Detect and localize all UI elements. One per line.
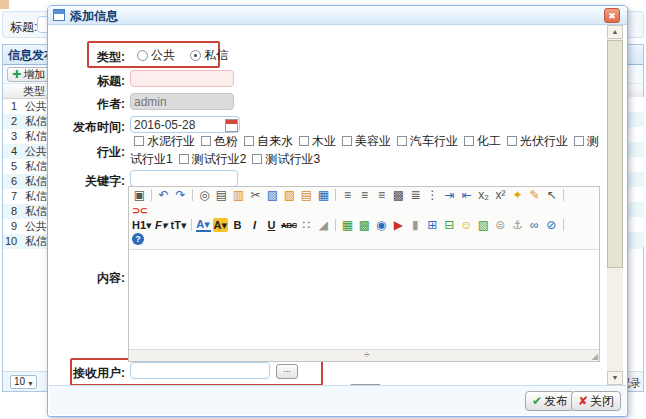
- industry-checkbox[interactable]: 汽车行业: [393, 134, 458, 148]
- content-label: 内容:: [55, 270, 125, 287]
- receiver-browse-button[interactable]: ...: [276, 364, 298, 379]
- scroll-up-icon[interactable]: ▲: [607, 25, 623, 39]
- toolbar-icon[interactable]: ≡: [357, 188, 372, 202]
- toolbar-icon[interactable]: tT▾: [171, 218, 187, 232]
- toolbar-icon[interactable]: [192, 189, 193, 201]
- toolbar-row-3: ?: [131, 233, 597, 248]
- row-number: 9: [5, 219, 17, 234]
- industry-checkbox[interactable]: 自来水: [240, 134, 293, 148]
- publish-time-input[interactable]: [130, 116, 240, 133]
- industry-checkbox[interactable]: 光伏行业: [503, 134, 568, 148]
- toolbar-icon[interactable]: [191, 219, 192, 231]
- keyword-input[interactable]: [130, 170, 238, 187]
- toolbar-icon[interactable]: ⊞: [425, 218, 440, 232]
- toolbar-icon[interactable]: [563, 219, 564, 231]
- toolbar-icon[interactable]: [151, 189, 152, 201]
- type-label: 类型:: [55, 49, 125, 66]
- toolbar-icon[interactable]: ⊃⊂: [132, 203, 147, 217]
- toolbar-icon[interactable]: ▤: [214, 188, 229, 202]
- dialog-close-icon[interactable]: ✖: [604, 8, 620, 23]
- toolbar-icon[interactable]: ◢: [316, 218, 331, 232]
- toolbar-icon[interactable]: ⋮: [425, 188, 440, 202]
- toolbar-icon[interactable]: ∷: [299, 218, 314, 232]
- toolbar-icon[interactable]: A▾: [196, 218, 211, 232]
- type-radio-option[interactable]: 私信: [190, 48, 228, 62]
- corner-resize-grip-icon[interactable]: ◢: [592, 352, 598, 361]
- editor-statusbar: ÷ ◢: [129, 349, 599, 361]
- toolbar-icon[interactable]: ≡: [374, 188, 389, 202]
- toolbar-icon[interactable]: ▧: [282, 188, 297, 202]
- toolbar-icon[interactable]: ≡: [340, 188, 355, 202]
- industry-checkbox[interactable]: 测试行业3: [248, 152, 320, 166]
- close-button[interactable]: ✘关闭: [571, 391, 621, 411]
- toolbar-icon[interactable]: ⇥: [442, 188, 457, 202]
- toolbar-icon[interactable]: ⇤: [459, 188, 474, 202]
- row-type: 公共: [25, 144, 47, 159]
- scrollbar-thumb[interactable]: [607, 40, 623, 268]
- toolbar-icon[interactable]: A▾: [213, 218, 228, 232]
- toolbar-icon[interactable]: ⊟: [442, 218, 457, 232]
- toolbar-icon[interactable]: ?: [132, 233, 144, 245]
- industry-checkbox[interactable]: 测试行业2: [175, 152, 247, 166]
- calendar-icon[interactable]: [225, 119, 238, 132]
- dialog-body: 类型: 公共 私信 标题: 作者: 发布时间: 行业: 水泥行业色粉自来水木业美…: [49, 25, 626, 385]
- page-size-select[interactable]: 10▼: [10, 375, 37, 389]
- industry-checkbox[interactable]: 美容业: [338, 134, 391, 148]
- editor-content-area[interactable]: [129, 250, 599, 349]
- dialog-titlebar[interactable]: 添加信息 ✖: [48, 6, 627, 25]
- toolbar-icon[interactable]: ▣: [132, 188, 147, 202]
- toolbar-icon[interactable]: ✎: [527, 188, 542, 202]
- toolbar-icon[interactable]: ⊘: [544, 218, 559, 232]
- toolbar-icon[interactable]: ▨: [265, 188, 280, 202]
- toolbar-icon[interactable]: ABC: [281, 218, 297, 232]
- toolbar-icon[interactable]: x₂: [476, 188, 491, 202]
- toolbar-icon[interactable]: B: [230, 218, 245, 232]
- toolbar-icon[interactable]: U: [264, 218, 279, 232]
- toolbar-icon[interactable]: ▩: [357, 218, 372, 232]
- toolbar-icon[interactable]: H1▾: [132, 218, 152, 232]
- resize-handle-icon[interactable]: ÷: [364, 349, 370, 360]
- toolbar-icon[interactable]: ≣: [408, 188, 423, 202]
- toolbar-icon[interactable]: ✦: [510, 188, 525, 202]
- add-info-dialog: 添加信息 ✖ 类型: 公共 私信 标题: 作者: 发布时间: 行业:: [47, 5, 628, 417]
- toolbar-icon[interactable]: [335, 189, 336, 201]
- checkbox-icon: [574, 136, 584, 146]
- toolbar-icon[interactable]: ⚓: [510, 218, 525, 232]
- dialog-scrollbar: ▲ ▼: [607, 25, 623, 385]
- toolbar-icon[interactable]: ⊜: [493, 218, 508, 232]
- toolbar-icon[interactable]: x²: [493, 188, 508, 202]
- toolbar-icon[interactable]: [563, 189, 564, 201]
- toolbar-icon[interactable]: ◉: [374, 218, 389, 232]
- industry-checkbox[interactable]: 化工: [460, 134, 501, 148]
- toolbar-icon[interactable]: ↶: [156, 188, 171, 202]
- industry-checkbox[interactable]: 色粉: [197, 134, 238, 148]
- type-radio-option[interactable]: 公共: [137, 48, 175, 62]
- toolbar-icon[interactable]: F▾: [154, 218, 169, 232]
- title-input[interactable]: [130, 70, 234, 87]
- toolbar-icon[interactable]: ▩: [391, 188, 406, 202]
- toolbar-icon[interactable]: ▧: [476, 218, 491, 232]
- row-number: 3: [5, 129, 17, 144]
- toolbar-icon[interactable]: ▦: [340, 218, 355, 232]
- publish-button[interactable]: ✔发布: [525, 391, 575, 411]
- industry-checkbox[interactable]: 水泥行业: [130, 134, 195, 148]
- toolbar-icon[interactable]: ∞: [527, 218, 542, 232]
- toolbar-icon[interactable]: ↷: [173, 188, 188, 202]
- toolbar-icon[interactable]: ✂: [248, 188, 263, 202]
- toolbar-icon[interactable]: ▦: [316, 188, 331, 202]
- toolbar-icon[interactable]: ▶: [391, 218, 406, 232]
- toolbar-icon[interactable]: ▥: [231, 188, 246, 202]
- scroll-down-icon[interactable]: ▼: [607, 371, 623, 385]
- toolbar-icon[interactable]: ☺: [459, 218, 474, 232]
- toolbar-row-1b: ⊃⊂: [131, 203, 597, 218]
- toolbar-icon[interactable]: I: [247, 218, 262, 232]
- toolbar-icon[interactable]: ▮: [408, 218, 423, 232]
- receiver-input[interactable]: [130, 362, 270, 379]
- industry-checkbox[interactable]: 木业: [295, 134, 336, 148]
- toolbar-icon[interactable]: ◎: [197, 188, 212, 202]
- toolbar-icon[interactable]: [335, 219, 336, 231]
- add-button[interactable]: ✚增加: [7, 67, 50, 82]
- radio-icon: [137, 50, 148, 61]
- toolbar-icon[interactable]: ↖: [544, 188, 559, 202]
- toolbar-icon[interactable]: ▤: [299, 188, 314, 202]
